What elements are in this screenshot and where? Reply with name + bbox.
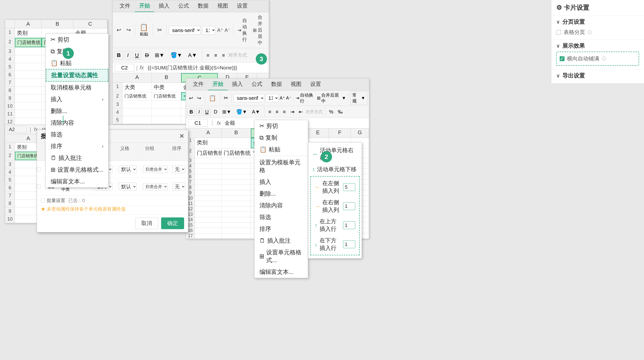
menu5-item-insert[interactable]: 插入 — [254, 176, 308, 188]
align-right-btn[interactable]: ≡ — [220, 52, 226, 59]
fontcolor5-btn[interactable]: A▼ — [250, 108, 262, 116]
collapse-icon-3[interactable]: ∨ — [556, 73, 560, 79]
tab-formula[interactable]: 公式 — [174, 0, 194, 12]
paste5-btn[interactable]: 📋 — [207, 94, 218, 102]
tab-view[interactable]: 视图 — [213, 0, 232, 12]
checkbox-row2[interactable] — [37, 185, 46, 188]
menu-item-delete[interactable]: 删除... — [46, 105, 108, 117]
menu-item-copy[interactable]: ⧉ 复制 — [46, 46, 108, 57]
wrap-text-btn[interactable]: ⇥ 自动换行 — [236, 16, 250, 44]
italic5-btn[interactable]: I — [196, 108, 202, 116]
font-size-decrease[interactable]: A⁻ — [225, 27, 230, 33]
split-row1[interactable]: 归类合并 — [140, 164, 170, 174]
menu-item-batch-props[interactable]: 批量设置动态属性 — [46, 69, 108, 82]
cancel-button[interactable]: 取消 — [135, 218, 158, 229]
numformat5-btn[interactable]: 常规 ▼ — [350, 92, 368, 105]
menu5-item-delete[interactable]: 删除... — [254, 188, 308, 200]
tab5-settings[interactable]: 设置 — [306, 78, 326, 90]
font5-family[interactable]: sans-serif — [234, 94, 264, 102]
tab5-file[interactable]: 文件 — [188, 78, 208, 90]
close-icon[interactable]: ✕ — [179, 133, 184, 140]
underline5-btn[interactable]: U — [203, 108, 210, 116]
menu5-item-richtext[interactable]: 编辑富文本... — [254, 266, 308, 278]
wrap5-btn[interactable]: ⇥ 自动换行 — [296, 92, 316, 104]
tab5-view[interactable]: 视图 — [286, 78, 306, 90]
strike5-btn[interactable]: D — [212, 108, 219, 116]
italic-btn[interactable]: I — [125, 51, 131, 60]
strikethrough-btn[interactable]: D — [143, 51, 151, 60]
submenu-item-insert-right[interactable]: → 在右侧插入列 — [311, 197, 359, 216]
menu5-item-cut[interactable]: ✂ 剪切 — [254, 120, 308, 132]
menu-item-format-cell[interactable]: ⊞ 设置单元格格式... — [46, 164, 108, 176]
alignleft5-btn[interactable]: ≡ — [267, 108, 273, 116]
attr-row2[interactable]: 默认 — [116, 181, 140, 192]
cut-btn[interactable]: ✂ — [155, 26, 164, 34]
tab-insert[interactable]: 插入 — [154, 0, 174, 12]
menu5-item-sort[interactable]: 排序 — [254, 223, 308, 235]
undo-btn[interactable]: ↩ — [115, 26, 123, 34]
paste-btn[interactable]: 📋 粘贴 — [138, 22, 150, 38]
collapse-icon-2[interactable]: ∨ — [556, 43, 560, 49]
insertabove-input[interactable] — [343, 221, 355, 229]
checkbox-batch[interactable] — [41, 198, 45, 202]
alignright5-btn[interactable]: ≡ — [282, 108, 287, 116]
indent5-btn[interactable]: ⇥ — [289, 108, 296, 116]
sort-row2[interactable]: 无 — [170, 181, 188, 192]
tab5-start[interactable]: 开始 — [208, 78, 228, 90]
bold5-btn[interactable]: B — [188, 108, 195, 116]
collapse-icon[interactable]: ∨ — [556, 19, 560, 25]
menu5-item-clear[interactable]: 清除内容 — [254, 200, 308, 211]
menu-item-cancel-template[interactable]: 取消模板单元格 — [46, 82, 108, 94]
menu5-item-paste[interactable]: 📋 粘贴 — [254, 144, 308, 155]
tab5-insert[interactable]: 插入 — [228, 78, 247, 90]
redo5-btn[interactable]: ↪ — [196, 94, 203, 102]
cell-a2[interactable]: 门店销售统 — [15, 38, 42, 47]
outdent5-btn[interactable]: ⇤ — [297, 108, 304, 116]
bold-btn[interactable]: B — [115, 51, 123, 60]
submenu-item-insert-left[interactable]: ← 在左侧插入列 — [311, 178, 359, 197]
menu-item-paste[interactable]: 📋 粘贴 — [46, 57, 108, 69]
insertbelow-input[interactable] — [343, 240, 355, 248]
font-size-select[interactable]: 11 — [202, 26, 216, 34]
menu-item-filter[interactable]: 筛选 — [46, 129, 108, 140]
aligncenter5-btn[interactable]: ≡ — [274, 108, 280, 116]
font-color-btn[interactable]: A▼ — [186, 51, 199, 60]
tab5-data[interactable]: 数据 — [267, 78, 286, 90]
split-row2[interactable]: 归类合并 — [140, 182, 170, 192]
menu-item-insert-note[interactable]: 🗒 插入批注 — [46, 152, 108, 164]
menu-item-rich-text[interactable]: 编辑富文本... — [46, 176, 108, 187]
undo5-btn[interactable]: ↩ — [188, 94, 194, 102]
checkbox-autofill[interactable]: ✓ — [560, 56, 564, 61]
font5-bigger[interactable]: A⁺ — [280, 96, 285, 101]
menu5-item-format[interactable]: ⊞ 设置单元格格式... — [254, 246, 308, 266]
checkbox-row1[interactable] — [37, 167, 46, 171]
insertright-input[interactable] — [343, 202, 355, 210]
align-left-btn[interactable]: ≡ — [205, 52, 211, 59]
submenu-item-moveright[interactable]: ↔ 活动单元格右移 — [308, 144, 362, 164]
font5-smaller[interactable]: A⁻ — [286, 96, 292, 101]
font5-size[interactable]: 11 — [265, 94, 279, 102]
cell-ref-input[interactable] — [115, 64, 134, 72]
menu5-item-copy[interactable]: ⧉ 复制 — [254, 132, 308, 144]
tab5-formula[interactable]: 公式 — [247, 78, 267, 90]
insert-submenu[interactable]: ↔ 活动单元格右移 ↕ 活动单元格下移 ← 在左侧插入列 → 在右侧插入列 ↑ … — [308, 142, 362, 258]
border-btn[interactable]: ⊞▼ — [153, 51, 166, 60]
context-menu-1[interactable]: ✂ 剪切 ⧉ 复制 📋 粘贴 批量设置动态属性 取消模板单元格 插入 › 删除.… — [46, 34, 108, 188]
menu-item-cut[interactable]: ✂ 剪切 — [46, 34, 108, 46]
dots-menu[interactable]: ⋮ — [210, 120, 215, 126]
cell-ref-5[interactable] — [188, 119, 208, 127]
font-family-select[interactable]: sans-serif — [169, 26, 201, 34]
menu5-item-template[interactable]: 设置为模板单元格 — [254, 156, 308, 176]
attr-row1[interactable]: 默认 — [116, 164, 140, 174]
align-center-btn[interactable]: ≡ — [213, 52, 218, 59]
submenu-item-insert-below[interactable]: ↓ 在下方插入行 — [311, 235, 359, 254]
menu5-item-filter[interactable]: 筛选 — [254, 211, 308, 223]
tab-start[interactable]: 开始 — [135, 0, 154, 12]
merge-center-btn[interactable]: ⊞ 合并后居中 — [251, 13, 267, 47]
sort-row1[interactable]: 无 — [170, 164, 188, 174]
context-menu-5[interactable]: ✂ 剪切 ⧉ 复制 📋 粘贴 设置为模板单元格 插入 删除... 清除内容 筛选… — [254, 120, 308, 278]
fill-color-btn[interactable]: 🪣▼ — [168, 51, 184, 60]
redo-btn[interactable]: ↪ — [124, 26, 133, 34]
submenu-item-insert-above[interactable]: ↑ 在上方插入行 — [311, 216, 359, 235]
submenu-item-movedown[interactable]: ↕ 活动单元格下移 — [308, 164, 362, 175]
